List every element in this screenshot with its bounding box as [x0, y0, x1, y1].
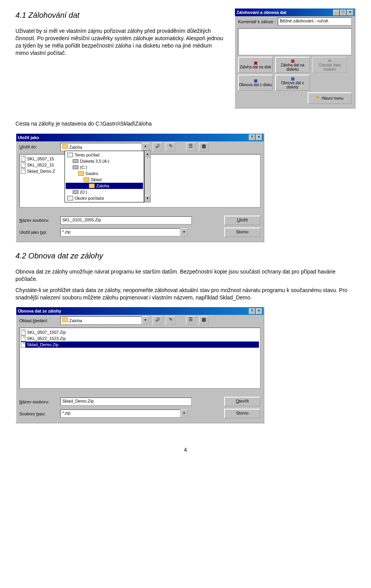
send-by-mail-label: Odeslat data mailem: [313, 63, 346, 71]
help-button[interactable]: ?: [249, 308, 255, 314]
folder-icon: [62, 318, 68, 322]
comment-label: Komentář k záloze :: [238, 19, 276, 24]
filename-label: Název souboru:: [19, 218, 58, 223]
dropdown-button[interactable]: ▾: [180, 410, 188, 418]
close-button[interactable]: ×: [256, 308, 262, 314]
dropdown-button[interactable]: ▾: [142, 316, 149, 325]
window-title: Zálohování a obnova dat: [237, 10, 286, 15]
comment-input[interactable]: Běžné zálohování - ručně.: [278, 17, 352, 25]
details-view-button[interactable]: ▦: [199, 143, 209, 151]
restore-open-dialog: Obnova dat ze zálohy ? × Oblast hledání:…: [15, 306, 264, 423]
dropdown-button[interactable]: ▾: [142, 143, 149, 151]
window-title: Obnova dat ze zálohy: [18, 309, 61, 313]
section-4-2-p1: Obnova dat ze zálohy umožňuje návrat pro…: [15, 268, 356, 283]
tree-item-c[interactable]: (C:): [66, 164, 143, 170]
dropdown-button[interactable]: ▾: [180, 228, 188, 236]
tree-item-network[interactable]: Okolní počítače: [66, 195, 143, 201]
cancel-button[interactable]: Storno: [224, 228, 260, 237]
scroll-up-button[interactable]: ▲: [145, 151, 150, 158]
minimize-button[interactable]: _: [333, 10, 339, 15]
list-view-button[interactable]: ☰: [186, 143, 196, 151]
filetype-label: Uložit jako typ:: [19, 230, 58, 235]
drive-icon: [73, 190, 78, 194]
floppy-icon: ▤: [291, 59, 294, 63]
send-by-mail-button: ✉ Odeslat data mailem: [312, 57, 347, 73]
cancel-button[interactable]: Storno: [224, 409, 260, 418]
main-menu-button[interactable]: ⚑ Hlavní menu: [308, 92, 352, 104]
file-icon: [21, 162, 26, 168]
help-button[interactable]: ?: [249, 134, 255, 140]
flag-icon: ⚑: [316, 95, 320, 100]
backup-to-disk-button[interactable]: ▣ Záloha dat na disk: [238, 57, 273, 73]
backup-to-floppy-button[interactable]: ▤ Záloha dat na disketu: [275, 57, 310, 73]
save-in-label: UUložit do:ložit do:: [19, 144, 58, 149]
folder-icon: [62, 144, 68, 149]
restore-from-disk-button[interactable]: ▣ Obnova dat z disku: [238, 75, 273, 91]
tree-item-gastro[interactable]: Gastro: [66, 170, 143, 177]
window-title: Uložit jako: [18, 135, 39, 140]
save-button[interactable]: UUložitložit: [224, 216, 260, 225]
filename-label: Název souboru:: [19, 399, 58, 404]
window-titlebar[interactable]: Uložit jako ? ×: [16, 134, 264, 141]
file-icon: [21, 342, 26, 348]
backup-to-disk-label: Záloha dat na disk: [240, 65, 271, 69]
computer-icon: [67, 153, 73, 157]
tree-item-floppy[interactable]: Disketa 3,5 (A:): [66, 158, 143, 164]
filename-input[interactable]: Sklad_Demo.Zip: [60, 398, 192, 406]
look-in-combo[interactable]: Zaloha: [60, 316, 142, 325]
preview-panel: [238, 28, 352, 55]
look-in-label: Oblast hledání:: [19, 318, 58, 323]
section-4-1-heading: 4.1 Zálohování dat: [15, 11, 226, 20]
section-4-2-heading: 4.2 Obnova dat ze zálohy: [15, 252, 356, 260]
up-folder-button[interactable]: ⮵: [153, 316, 162, 325]
restore-from-disk-label: Obnova dat z disku: [239, 83, 272, 87]
backup-restore-window: Zálohování a obnova dat _ □ × Komentář k…: [234, 8, 356, 109]
floppy-icon: ▤: [291, 76, 294, 81]
page-number: 4: [15, 447, 356, 453]
restore-from-floppy-button[interactable]: ▤ Obnova dat z diskety: [275, 75, 310, 91]
close-button[interactable]: ×: [256, 134, 262, 140]
file-item[interactable]: SKL_0522_1523.Zip: [21, 335, 259, 342]
window-titlebar[interactable]: Zálohování a obnova dat _ □ ×: [235, 8, 355, 16]
filetype-combo[interactable]: *.zip: [60, 228, 180, 236]
tree-item-sklad[interactable]: Sklad: [66, 177, 143, 183]
backup-to-floppy-label: Záloha dat na disketu: [276, 63, 309, 71]
network-icon: [67, 196, 73, 201]
file-icon: [21, 330, 26, 335]
scrollbar[interactable]: ▲ ▼: [144, 151, 151, 202]
scroll-down-button[interactable]: ▼: [145, 195, 150, 202]
folder-icon: [78, 171, 84, 176]
details-view-button[interactable]: ▦: [199, 316, 209, 325]
file-icon: [21, 156, 26, 161]
tree-item-zaloha[interactable]: Zaloha: [66, 183, 143, 189]
disk-icon: ▣: [254, 78, 257, 83]
tree-item-d[interactable]: (D:): [66, 189, 143, 195]
file-item[interactable]: SKL_0507_1507.Zip: [21, 329, 259, 335]
folder-tree-dropdown[interactable]: Tento počítač Disketa 3,5 (A:) (C:) Gast…: [65, 151, 144, 202]
close-button[interactable]: ×: [347, 10, 353, 15]
folder-icon: [89, 184, 95, 188]
backup-path-text: Cesta na zálohy je nastavena do C:\Gastr…: [15, 120, 356, 127]
save-in-combo[interactable]: Zaloha: [60, 143, 142, 151]
main-menu-label: Hlavní menu: [322, 96, 343, 100]
filetype-label: Soubory typu:: [19, 411, 58, 416]
new-folder-button[interactable]: ✎: [166, 316, 175, 325]
maximize-button[interactable]: □: [340, 10, 346, 15]
new-folder-button[interactable]: ✎: [166, 143, 175, 151]
disk-icon: ▣: [254, 61, 257, 65]
save-as-dialog: Uložit jako ? × UUložit do:ložit do: Zal…: [15, 133, 264, 242]
open-button[interactable]: Otevřít: [224, 397, 260, 406]
filename-input[interactable]: SKL_0101_2055.Zip: [60, 216, 192, 224]
list-view-button[interactable]: ☰: [186, 316, 196, 325]
drive-icon: [73, 165, 78, 169]
filetype-combo[interactable]: *.zip: [60, 410, 180, 418]
file-icon: [21, 168, 26, 174]
up-folder-button[interactable]: ⮵: [153, 143, 162, 151]
window-titlebar[interactable]: Obnova dat ze zálohy ? ×: [16, 307, 264, 315]
file-item-selected[interactable]: Sklad_Demo.Zip: [21, 342, 259, 348]
file-list[interactable]: SKL_0507_1507.Zip SKL_0522_1523.Zip Skla…: [19, 328, 260, 389]
restore-from-floppy-label: Obnova dat z diskety: [276, 81, 309, 89]
mail-icon: ✉: [328, 59, 331, 63]
floppy-icon: [73, 159, 78, 163]
tree-item-pc[interactable]: Tento počítač: [66, 152, 143, 158]
